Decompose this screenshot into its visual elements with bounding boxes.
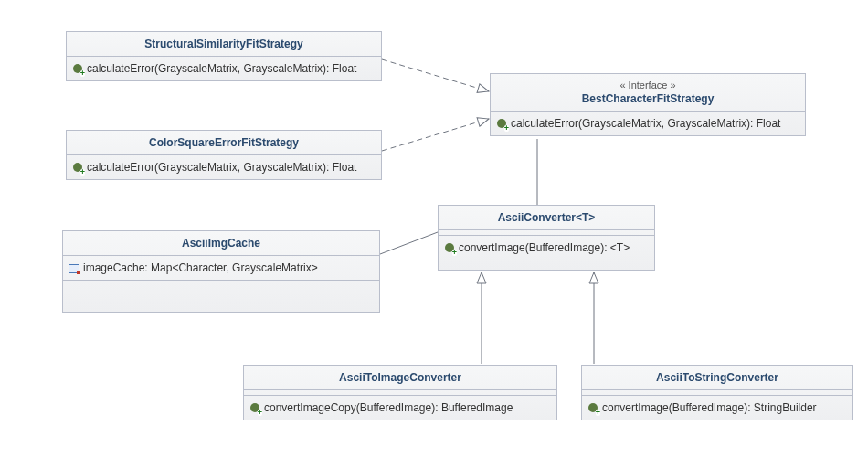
method-icon — [587, 402, 598, 413]
method-row: calculateError(GrayscaleMatrix, Grayscal… — [496, 115, 799, 132]
class-title: ColorSquareErrorFitStrategy — [67, 131, 381, 155]
method-row: convertImage(BufferedImage): <T> — [444, 239, 649, 256]
class-ascii-to-string-converter: AsciiToStringConverter convertImage(Buff… — [581, 365, 853, 420]
class-ascii-to-image-converter: AsciiToImageConverter convertImageCopy(B… — [243, 365, 557, 420]
class-title: AsciiImgCache — [63, 231, 379, 256]
class-title: AsciiToImageConverter — [244, 366, 556, 390]
class-title: AsciiToStringConverter — [582, 366, 852, 390]
method-signature: convertImageCopy(BufferedImage): Buffere… — [264, 401, 513, 414]
class-name: BestCharacterFitStrategy — [582, 92, 715, 105]
stereotype-label: « Interface » — [500, 80, 796, 90]
method-icon — [444, 242, 455, 253]
method-icon — [249, 402, 260, 413]
method-icon — [72, 162, 83, 173]
svg-line-3 — [380, 232, 438, 254]
method-row: calculateError(GrayscaleMatrix, Grayscal… — [72, 60, 376, 77]
method-icon — [496, 118, 507, 129]
class-title: AsciiConverter<T> — [439, 206, 654, 230]
method-icon — [72, 63, 83, 74]
svg-line-1 — [382, 119, 489, 151]
method-signature: convertImage(BufferedImage): StringBuild… — [602, 401, 817, 414]
class-ascii-converter: AsciiConverter<T> convertImage(BufferedI… — [438, 205, 655, 271]
method-signature: calculateError(GrayscaleMatrix, Grayscal… — [87, 62, 356, 75]
method-signature: convertImage(BufferedImage): <T> — [459, 241, 630, 254]
empty-compartment — [63, 281, 379, 286]
method-row: convertImage(BufferedImage): StringBuild… — [587, 399, 847, 416]
field-icon — [69, 262, 79, 273]
field-signature: imageCache: Map<Character, GrayscaleMatr… — [83, 261, 318, 274]
class-title: StructuralSimilarityFitStrategy — [67, 32, 381, 57]
interface-best-character-fit: « Interface » BestCharacterFitStrategy c… — [490, 73, 806, 136]
method-signature: calculateError(GrayscaleMatrix, Grayscal… — [87, 161, 356, 174]
class-title: « Interface » BestCharacterFitStrategy — [491, 74, 805, 112]
svg-line-0 — [382, 59, 489, 91]
method-row: convertImageCopy(BufferedImage): Buffere… — [249, 399, 551, 416]
class-structural-similarity: StructuralSimilarityFitStrategy calculat… — [66, 31, 382, 81]
class-color-square-error: ColorSquareErrorFitStrategy calculateErr… — [66, 130, 382, 180]
method-signature: calculateError(GrayscaleMatrix, Grayscal… — [511, 117, 780, 130]
method-row: calculateError(GrayscaleMatrix, Grayscal… — [72, 159, 376, 176]
field-row: imageCache: Map<Character, GrayscaleMatr… — [69, 260, 374, 276]
class-ascii-img-cache: AsciiImgCache imageCache: Map<Character,… — [62, 230, 380, 313]
